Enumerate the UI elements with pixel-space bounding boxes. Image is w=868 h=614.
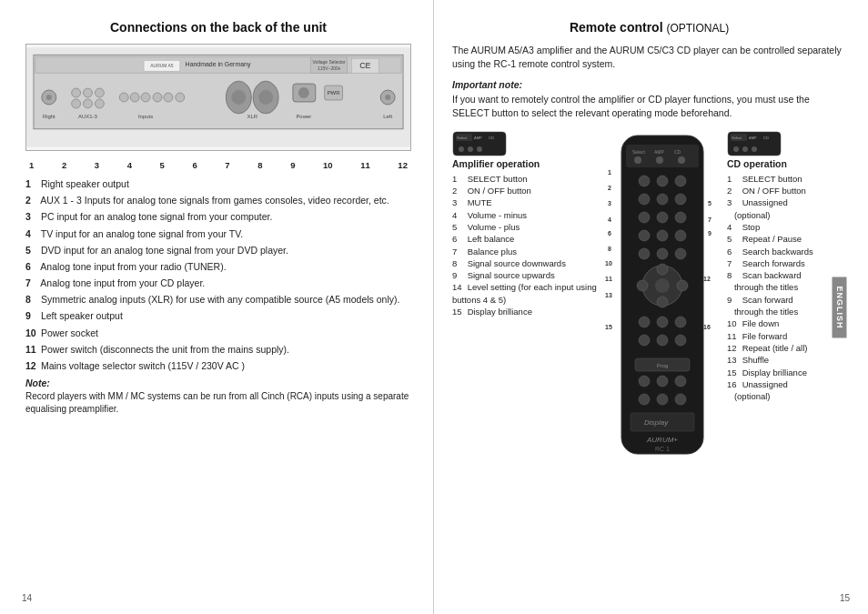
svg-point-46 <box>459 146 464 152</box>
svg-point-62 <box>657 176 668 186</box>
svg-point-74 <box>639 230 650 241</box>
list-item: 15 Display brilliance <box>452 306 598 317</box>
svg-point-71 <box>675 212 686 223</box>
remote-svg: Select AMP CD 1 2 3 4 <box>603 131 722 458</box>
svg-text:PWR: PWR <box>328 90 341 96</box>
svg-text:6: 6 <box>608 230 611 237</box>
cd-label: CD operation <box>727 158 846 169</box>
svg-point-105 <box>657 394 668 405</box>
important-note: Important note: If you want to remotely … <box>452 79 846 119</box>
diag-num-7: 7 <box>225 160 229 170</box>
svg-point-78 <box>639 248 650 259</box>
svg-point-34 <box>385 95 390 100</box>
svg-point-63 <box>675 176 686 186</box>
list-item: 9 Left speaker output <box>25 309 411 322</box>
svg-point-24 <box>176 93 185 102</box>
svg-point-116 <box>733 146 739 152</box>
svg-point-102 <box>657 376 668 387</box>
svg-text:Inputs: Inputs <box>138 114 153 119</box>
list-item: 5 Volume - plus <box>452 221 598 233</box>
list-item: 11 File forward <box>727 330 846 342</box>
important-note-title: Important note: <box>452 79 846 90</box>
list-item: 9 Signal source upwards <box>452 269 598 281</box>
important-note-text: If you want to remotely control the ampl… <box>452 93 846 119</box>
svg-text:AMP: AMP <box>749 136 757 140</box>
svg-text:13: 13 <box>605 292 612 298</box>
list-item: 6 Analog tone input from your radio (TUN… <box>25 260 411 273</box>
svg-text:AURUM+: AURUM+ <box>646 436 678 444</box>
svg-text:CD: CD <box>489 136 494 140</box>
amp-section: Select AMP CD Amplifier operation 1 SELE… <box>452 131 598 318</box>
note-text: Record players with MM / MC systems can … <box>25 390 411 415</box>
svg-point-17 <box>84 99 93 108</box>
right-title: Remote control (OPTIONAL) <box>452 20 846 35</box>
diag-num-4: 4 <box>127 160 132 170</box>
amp-label: Amplifier operation <box>452 158 598 169</box>
list-item: 12 Mains voltage selector switch (115V /… <box>25 359 411 372</box>
diag-num-2: 2 <box>62 160 66 170</box>
svg-text:8: 8 <box>608 246 611 252</box>
svg-point-103 <box>675 376 686 387</box>
right-page: Remote control (OPTIONAL) The AURUM A5/A… <box>434 0 868 614</box>
svg-text:CD: CD <box>763 136 769 140</box>
connections-list: 1 Right speaker output 2 AUX 1 - 3 Input… <box>25 177 411 372</box>
svg-text:AMP: AMP <box>654 149 665 155</box>
svg-text:7: 7 <box>708 216 712 223</box>
diag-num-11: 11 <box>360 160 370 170</box>
list-item: 2 ON / OFF button <box>727 185 846 196</box>
diag-num-1: 1 <box>29 160 34 170</box>
list-item: 11 Power switch (disconnects the unit fr… <box>25 343 411 356</box>
list-item: 2 ON / OFF button <box>452 185 598 196</box>
svg-point-56 <box>678 156 685 164</box>
page-number-left: 14 <box>22 593 32 603</box>
svg-point-118 <box>752 146 757 152</box>
svg-point-97 <box>657 335 668 346</box>
diag-num-3: 3 <box>95 160 99 170</box>
svg-point-104 <box>639 394 650 405</box>
svg-text:115V~200v: 115V~200v <box>318 66 341 71</box>
svg-text:Select: Select <box>632 149 646 155</box>
list-item: 16 Unassigned (optional) <box>727 378 846 403</box>
unit-diagram: Handmade in Germany AURUM A5 CE Voltage … <box>25 44 411 151</box>
diag-num-8: 8 <box>257 160 262 170</box>
diag-num-9: 9 <box>290 160 295 170</box>
list-item: 12 Repeat (title / all) <box>727 342 846 354</box>
left-title: Connections on the back of the unit <box>25 20 411 35</box>
svg-text:Select: Select <box>457 136 468 140</box>
svg-point-19 <box>119 93 128 102</box>
svg-point-23 <box>164 93 173 102</box>
svg-text:XLR: XLR <box>247 114 257 119</box>
svg-point-20 <box>130 93 139 102</box>
svg-text:Select: Select <box>732 136 742 140</box>
list-item: 5 DVD input for an analog tone signal fr… <box>25 244 411 257</box>
svg-text:Right: Right <box>43 114 56 119</box>
svg-text:AMP: AMP <box>474 136 482 140</box>
svg-point-117 <box>742 146 748 152</box>
cd-list: 1 SELECT button 2 ON / OFF button 3 Unas… <box>727 173 846 403</box>
list-item: 5 Repeat / Pause <box>727 233 846 245</box>
list-item: 1 SELECT button <box>727 173 846 185</box>
note-title: Note: <box>25 377 50 388</box>
svg-text:AURUM A5: AURUM A5 <box>150 64 174 68</box>
svg-text:11: 11 <box>605 276 612 282</box>
svg-point-92 <box>657 317 668 327</box>
list-item: 1 Right speaker output <box>25 177 411 190</box>
list-item: 10 File down <box>727 317 846 329</box>
svg-point-55 <box>656 156 663 164</box>
remote-image-container: Select AMP CD 1 2 3 4 <box>603 131 722 460</box>
svg-point-98 <box>675 335 686 346</box>
right-intro: The AURUM A5/A3 amplifier and the AURUM … <box>452 44 846 70</box>
svg-text:AUX1-3: AUX1-3 <box>78 114 97 119</box>
diag-num-10: 10 <box>323 160 333 170</box>
svg-point-101 <box>639 376 650 387</box>
svg-text:15: 15 <box>605 324 612 330</box>
english-tab: ENGLISH <box>832 277 846 337</box>
svg-point-61 <box>639 176 650 186</box>
svg-rect-50 <box>626 145 699 167</box>
svg-point-75 <box>657 230 668 241</box>
svg-text:Voltage Selector: Voltage Selector <box>313 60 346 65</box>
svg-point-80 <box>675 248 686 259</box>
svg-text:CD: CD <box>674 149 681 155</box>
svg-point-66 <box>675 194 686 205</box>
svg-text:5: 5 <box>708 200 712 206</box>
